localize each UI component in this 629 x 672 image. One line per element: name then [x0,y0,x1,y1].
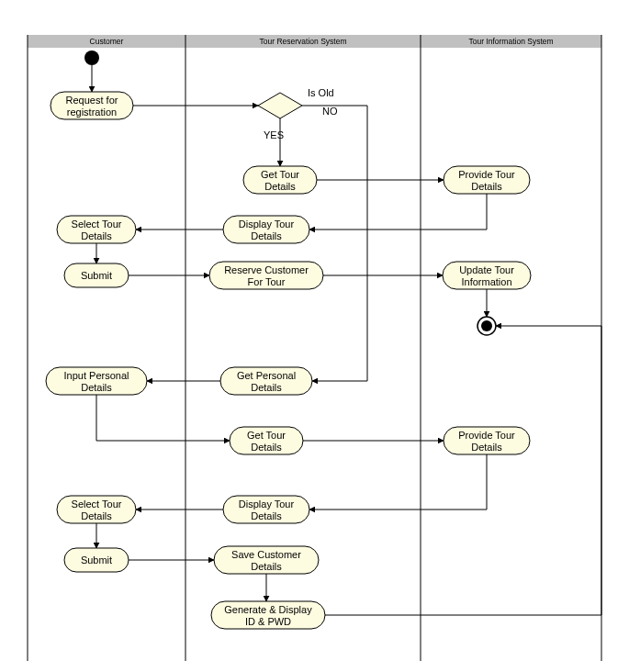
activity-label: Submit [81,270,112,281]
activity-label-line1: Get Tour [261,169,299,180]
activity-label-line2: Information [461,276,511,287]
node-provide_tour_details_2: Provide TourDetails [444,427,530,454]
activity-label-line2: Details [81,510,112,521]
activity-label-line2: Details [251,230,282,241]
activity-label-line2: Details [251,510,282,521]
node-get_personal_details: Get PersonalDetails [220,367,312,395]
activity-label-line1: Generate & Display [224,604,312,615]
edge-provide_tour_details_1-to-display_tour_details_1 [309,194,487,230]
node-display_tour_details_2: Display TourDetails [223,496,309,523]
activity-label-line2: ID & PWD [245,616,291,627]
activity-label-line1: Display Tour [239,498,295,510]
end-node-dot [481,320,492,331]
activity-label: Submit [81,554,112,566]
activity-label-line2: Details [81,382,112,393]
node-save_customer: Save CustomerDetails [214,546,319,574]
node-get_tour_details_2: Get TourDetails [230,427,303,454]
activity-label-line2: For Tour [248,276,286,287]
edge-generate_id_pwd-to-end [325,326,601,615]
activity-label-line1: Select Tour [72,498,122,510]
node-input_personal_details: Input PersonalDetails [46,367,147,395]
node-start [84,50,99,65]
activity-label-line1: Display Tour [239,218,295,230]
activity-label-line2: registration [67,106,117,118]
edge-input_personal_details-to-get_tour_details_2 [96,395,230,441]
activity-label-line2: Details [251,442,282,453]
activity-label-line1: Provide Tour [458,169,515,180]
start-node-icon [84,50,99,65]
decision-label: Is Old [308,87,334,98]
activity-label-line1: Reserve Customer [224,264,309,275]
node-select_tour_details_1: Select TourDetails [57,216,136,243]
node-submit_2: Submit [64,548,129,572]
decision-diamond [258,93,302,118]
activity-label-line1: Select Tour [72,218,122,230]
node-select_tour_details_2: Select TourDetails [57,496,136,523]
node-provide_tour_details_1: Provide TourDetails [444,166,530,194]
node-reserve_customer: Reserve CustomerFor Tour [209,262,323,289]
decision-yes-label: YES [264,129,284,140]
edge-provide_tour_details_2-to-display_tour_details_2 [309,454,487,510]
node-end [477,317,496,335]
decision-no-label: NO [322,106,338,117]
node-display_tour_details_1: Display TourDetails [223,216,309,243]
activity-label-line2: Details [251,382,282,393]
node-get_tour_details_1: Get TourDetails [243,166,317,194]
lane-header-trs: Tour Reservation System [260,37,347,46]
edge-is_old-to-get_personal_details [302,106,367,381]
lane-header-customer: Customer [90,37,124,46]
activity-label-line1: Update Tour [459,264,514,275]
node-request_registration: Request forregistration [51,92,133,119]
node-submit_1: Submit [64,263,129,287]
activity-label-line2: Details [251,561,282,572]
lane-header-tis: Tour Information System [468,37,553,46]
activity-label-line1: Request for [66,95,118,106]
activity-label-line2: Details [471,181,502,192]
activity-label-line2: Details [264,181,296,192]
node-generate_id_pwd: Generate & DisplayID & PWD [211,601,325,629]
activity-label-line1: Provide Tour [458,430,515,441]
activity-label-line1: Save Customer [231,549,301,560]
node-is_old: Is OldYESNO [258,87,338,140]
node-update_tour_info: Update TourInformation [443,262,531,289]
activity-label-line1: Input Personal [64,370,129,381]
activity-label-line1: Get Personal [237,370,296,381]
activity-label-line2: Details [471,442,502,453]
activity-label-line2: Details [81,230,112,241]
activity-label-line1: Get Tour [247,430,286,441]
activity-diagram: CustomerTour Reservation SystemTour Info… [0,0,629,672]
